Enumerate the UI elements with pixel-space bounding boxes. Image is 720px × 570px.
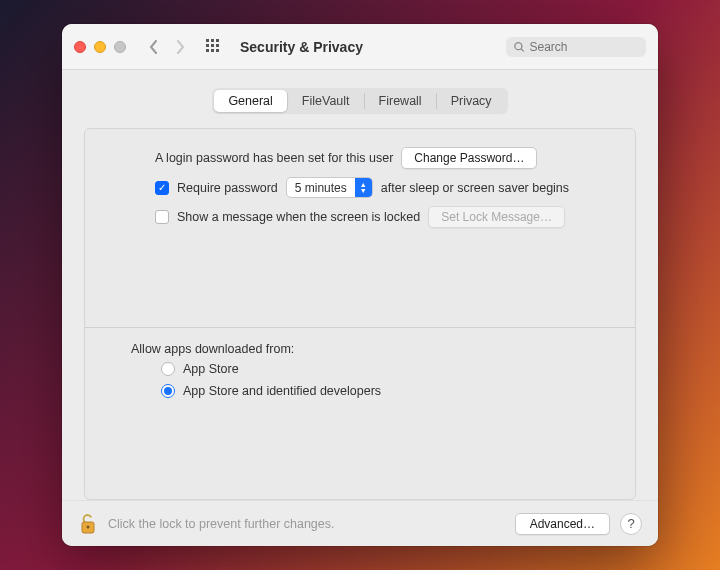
require-password-delay-select[interactable]: 5 minutes ▲▼ [286,177,373,198]
minimize-window-button[interactable] [94,41,106,53]
allow-appstore-radio[interactable] [161,362,175,376]
login-password-text: A login password has been set for this u… [155,151,393,165]
lock-icon[interactable] [78,513,98,535]
tab-general[interactable]: General [214,90,286,112]
svg-rect-0 [206,39,209,42]
search-input[interactable] [530,40,639,54]
close-window-button[interactable] [74,41,86,53]
svg-rect-5 [216,44,219,47]
footer: Click the lock to prevent further change… [62,500,658,546]
allow-identified-label: App Store and identified developers [183,384,381,398]
show-lock-message-label: Show a message when the screen is locked [177,210,420,224]
svg-rect-2 [216,39,219,42]
search-icon [514,41,525,53]
require-password-delay-value: 5 minutes [287,181,355,195]
set-lock-message-button: Set Lock Message… [428,206,565,228]
content-area: General FileVault Firewall Privacy A log… [62,70,658,500]
svg-rect-6 [206,49,209,52]
titlebar: Security & Privacy [62,24,658,70]
svg-rect-8 [216,49,219,52]
back-button[interactable] [144,35,164,59]
require-password-label-post: after sleep or screen saver begins [381,181,569,195]
svg-point-12 [87,525,90,528]
window-controls [74,41,126,53]
general-panel: A login password has been set for this u… [84,128,636,500]
require-password-label-pre: Require password [177,181,278,195]
svg-rect-1 [211,39,214,42]
tab-bar: General FileVault Firewall Privacy [212,88,507,114]
tab-filevault[interactable]: FileVault [288,90,364,112]
tab-firewall[interactable]: Firewall [365,90,436,112]
change-password-button[interactable]: Change Password… [401,147,537,169]
lock-text: Click the lock to prevent further change… [108,517,335,531]
show-all-icon[interactable] [204,37,224,57]
window-title: Security & Privacy [240,39,363,55]
zoom-window-button [114,41,126,53]
help-button[interactable]: ? [620,513,642,535]
svg-point-9 [515,42,522,49]
forward-button[interactable] [170,35,190,59]
allow-identified-radio[interactable] [161,384,175,398]
advanced-button[interactable]: Advanced… [515,513,610,535]
svg-rect-4 [211,44,214,47]
svg-rect-3 [206,44,209,47]
require-password-checkbox[interactable]: ✓ [155,181,169,195]
show-lock-message-checkbox[interactable] [155,210,169,224]
panel-divider [85,327,635,328]
svg-rect-7 [211,49,214,52]
allow-appstore-label: App Store [183,362,239,376]
chevron-updown-icon: ▲▼ [355,178,372,197]
allow-apps-heading: Allow apps downloaded from: [131,342,294,356]
nav-buttons [144,35,190,59]
tab-privacy[interactable]: Privacy [437,90,506,112]
svg-line-10 [521,48,524,51]
preferences-window: Security & Privacy General FileVault Fir… [62,24,658,546]
search-field[interactable] [506,37,646,57]
